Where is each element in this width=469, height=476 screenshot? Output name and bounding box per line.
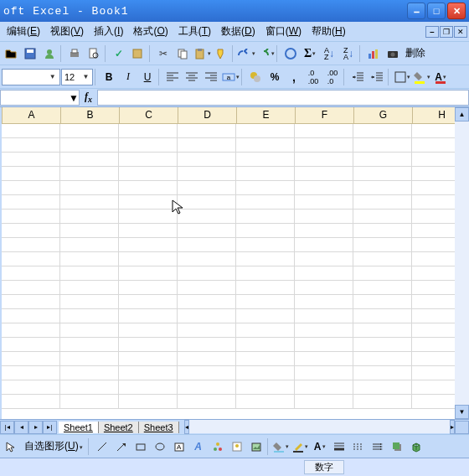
cell[interactable] <box>236 181 295 195</box>
font-color-icon[interactable]: A▾ <box>431 68 450 86</box>
cell[interactable] <box>412 138 455 153</box>
camera-icon[interactable] <box>384 44 402 63</box>
cell[interactable] <box>353 338 412 352</box>
cell[interactable] <box>178 238 236 252</box>
cell[interactable] <box>60 338 119 352</box>
dash-style-icon[interactable] <box>349 437 368 456</box>
format-painter-icon[interactable] <box>212 44 230 63</box>
cell[interactable] <box>353 380 412 395</box>
cell[interactable] <box>353 252 412 266</box>
align-right-icon[interactable] <box>202 68 220 86</box>
cell[interactable] <box>60 167 119 181</box>
cell[interactable] <box>60 124 119 138</box>
cell[interactable] <box>119 138 178 153</box>
select-objects-icon[interactable] <box>2 437 20 456</box>
cell[interactable] <box>295 323 353 338</box>
spellcheck-icon[interactable]: ✓ <box>110 44 128 63</box>
cell[interactable] <box>119 210 178 224</box>
sheet-tab-sheet3[interactable]: Sheet3 <box>139 422 179 433</box>
cell[interactable] <box>412 195 455 210</box>
open-icon[interactable] <box>2 44 20 63</box>
cell[interactable] <box>412 366 455 380</box>
cell[interactable] <box>60 395 119 409</box>
column-header-B[interactable]: B <box>61 107 120 123</box>
cell[interactable] <box>60 181 119 195</box>
prev-sheet-icon[interactable]: ◂ <box>14 421 28 434</box>
increase-decimal-icon[interactable]: .0.00 <box>304 68 322 86</box>
cell[interactable] <box>60 366 119 380</box>
cell[interactable] <box>119 295 178 309</box>
doc-close-button[interactable]: ✕ <box>454 26 467 38</box>
decrease-decimal-icon[interactable]: .00.0 <box>323 68 342 86</box>
hyperlink-icon[interactable] <box>281 44 300 63</box>
menu-e[interactable]: 编辑(E) <box>2 23 45 40</box>
scroll-up-icon[interactable]: ▲ <box>455 107 469 122</box>
last-sheet-icon[interactable]: ▸| <box>43 421 57 434</box>
insert-picture-icon[interactable] <box>247 437 265 456</box>
scrollbar-track[interactable] <box>189 420 450 433</box>
cell[interactable] <box>412 281 455 295</box>
cell[interactable] <box>178 138 236 153</box>
cell[interactable] <box>119 266 178 281</box>
research-icon[interactable] <box>129 44 147 63</box>
menu-o[interactable]: 格式(O) <box>128 23 173 40</box>
cell[interactable] <box>2 195 60 210</box>
cell[interactable] <box>295 295 353 309</box>
cell[interactable] <box>60 352 119 366</box>
autosum-icon[interactable]: Σ▾ <box>301 44 319 63</box>
cell[interactable] <box>178 153 236 167</box>
cell[interactable] <box>60 224 119 238</box>
cell[interactable] <box>236 210 295 224</box>
cell[interactable] <box>178 323 236 338</box>
cell[interactable] <box>412 181 455 195</box>
cell[interactable] <box>119 380 178 395</box>
line-color-icon[interactable]: ▾ <box>291 437 310 456</box>
menu-v[interactable]: 视图(V) <box>45 23 89 40</box>
cell[interactable] <box>295 224 353 238</box>
cell[interactable] <box>412 295 455 309</box>
cell[interactable] <box>178 252 236 266</box>
cell[interactable] <box>178 395 236 409</box>
cell[interactable] <box>2 124 60 138</box>
cell[interactable] <box>178 338 236 352</box>
cell[interactable] <box>412 352 455 366</box>
cell[interactable] <box>295 210 353 224</box>
cell[interactable] <box>353 167 412 181</box>
cell[interactable] <box>236 295 295 309</box>
cell[interactable] <box>119 366 178 380</box>
vertical-scrollbar[interactable]: ▲ ▼ <box>455 107 469 419</box>
cell[interactable] <box>353 295 412 309</box>
bold-button[interactable]: B <box>100 68 118 86</box>
cell[interactable] <box>60 295 119 309</box>
cell[interactable] <box>236 338 295 352</box>
cell[interactable] <box>236 167 295 181</box>
font-color-icon[interactable]: A▾ <box>311 437 329 456</box>
underline-button[interactable]: U <box>138 68 157 86</box>
cell[interactable] <box>178 295 236 309</box>
cell[interactable] <box>353 138 412 153</box>
copy-icon[interactable] <box>173 44 192 63</box>
menu-t[interactable]: 工具(T) <box>173 23 216 40</box>
cell[interactable] <box>178 366 236 380</box>
cell[interactable] <box>295 338 353 352</box>
cell[interactable] <box>119 323 178 338</box>
font-size-input[interactable] <box>64 72 82 82</box>
comma-icon[interactable]: , <box>285 68 303 86</box>
column-header-E[interactable]: E <box>237 107 296 123</box>
undo-icon[interactable]: ▾ <box>237 44 255 63</box>
borders-icon[interactable]: ▾ <box>393 68 411 86</box>
cell[interactable] <box>119 124 178 138</box>
cell[interactable] <box>60 210 119 224</box>
menu-h[interactable]: 帮助(H) <box>307 23 351 40</box>
cell[interactable] <box>236 138 295 153</box>
font-name-box[interactable]: ▼ <box>2 69 60 85</box>
cell[interactable] <box>178 380 236 395</box>
cell[interactable] <box>60 252 119 266</box>
cell[interactable] <box>412 323 455 338</box>
cell[interactable] <box>412 309 455 323</box>
cell[interactable] <box>119 238 178 252</box>
cell[interactable] <box>236 281 295 295</box>
cell[interactable] <box>295 352 353 366</box>
cell[interactable] <box>60 281 119 295</box>
decrease-indent-icon[interactable] <box>348 68 367 86</box>
